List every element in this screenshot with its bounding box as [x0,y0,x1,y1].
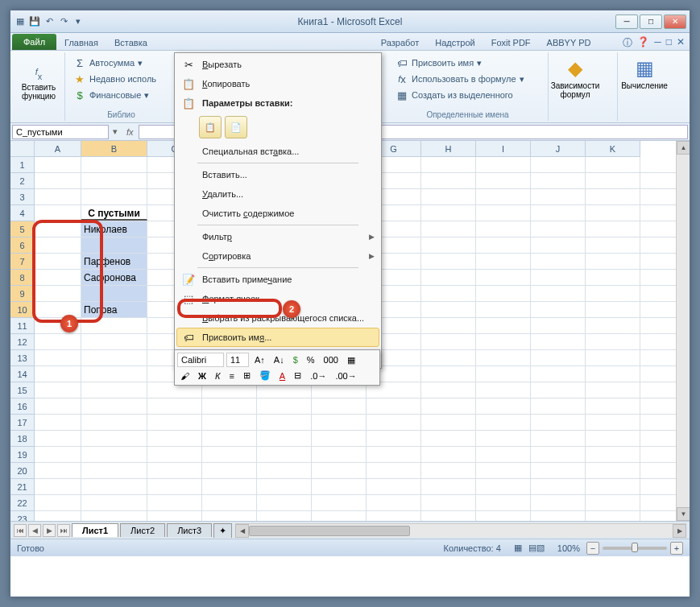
cell-D21[interactable] [202,479,257,494]
cell-H11[interactable] [421,318,476,333]
financial-button[interactable]: $Финансовые ▾ [70,88,172,102]
sheet-nav-last-icon[interactable]: ⏭ [57,524,70,537]
paste-option-1[interactable]: 📋 [199,116,222,138]
cell-K9[interactable] [586,286,640,301]
cell-C21[interactable] [147,479,202,494]
cell-I8[interactable] [476,270,531,285]
undo-icon[interactable]: ↶ [43,15,56,28]
cell-B7[interactable]: Парфенов [81,254,147,269]
minimize-ribbon-icon[interactable]: ⓘ [623,36,632,50]
name-box[interactable]: С_пустыми [12,125,109,139]
cell-H22[interactable] [421,495,476,510]
mini-increase-font-icon[interactable]: A↑ [251,353,268,366]
redo-icon[interactable]: ↷ [57,15,70,28]
cell-B21[interactable] [81,479,147,494]
cell-K10[interactable] [586,302,640,317]
menu-sort[interactable]: Сортировка▶ [176,246,379,266]
cell-K21[interactable] [586,479,640,494]
cell-D23[interactable] [202,511,257,521]
cell-J17[interactable] [531,415,586,430]
tab-home[interactable]: Главная [56,35,106,50]
save-icon[interactable]: 💾 [28,15,41,28]
cell-E23[interactable] [257,511,312,521]
cell-K2[interactable] [586,173,640,188]
mini-border-icon[interactable]: ⊞ [240,369,254,382]
menu-delete[interactable]: Удалить... [176,184,379,204]
cell-J7[interactable] [531,254,586,269]
menu-insert-comment[interactable]: 📝Вставить примечание [176,270,379,289]
tab-abbyy[interactable]: ABBYY PD [539,35,599,50]
horizontal-scrollbar[interactable]: ◀ ▶ [235,523,686,537]
mini-format-painter-icon[interactable]: 🖌 [177,370,193,382]
cell-K8[interactable] [586,270,640,285]
row-header-21[interactable]: 21 [10,479,35,495]
cell-G16[interactable] [367,398,421,414]
cell-A15[interactable] [35,382,81,398]
mini-decrease-font-icon[interactable]: A↓ [271,353,288,366]
row-header-22[interactable]: 22 [10,495,35,511]
view-normal-icon[interactable]: ▦ [514,543,522,553]
row-header-3[interactable]: 3 [10,189,35,205]
cell-I6[interactable] [476,237,531,253]
row-header-15[interactable]: 15 [10,382,35,398]
row-header-5[interactable]: 5 [10,221,35,237]
cell-G17[interactable] [367,415,421,430]
cell-J22[interactable] [531,495,586,510]
cell-J8[interactable] [531,270,586,285]
cell-D18[interactable] [202,431,257,446]
tab-insert[interactable]: Вставка [106,35,155,50]
col-header-B[interactable]: B [81,141,147,156]
cell-K17[interactable] [586,415,640,430]
row-header-10[interactable]: 10 [10,302,35,318]
cell-D22[interactable] [202,495,257,510]
cell-F16[interactable] [312,398,367,414]
fx-button[interactable]: fx [126,127,134,137]
cell-F18[interactable] [312,431,367,446]
cell-H17[interactable] [421,415,476,430]
cell-I15[interactable] [476,382,531,398]
cell-K5[interactable] [586,221,640,237]
cell-B5[interactable]: Николаев [81,221,147,237]
mini-dollar-icon[interactable]: $ [290,353,301,366]
mini-format-icon[interactable]: ▦ [344,353,358,367]
cell-A19[interactable] [35,447,81,462]
cell-E16[interactable] [257,398,312,414]
cell-I5[interactable] [476,221,531,237]
cell-A3[interactable] [35,189,81,204]
maximize-button[interactable]: □ [640,14,662,29]
cell-F21[interactable] [312,479,367,494]
cell-C23[interactable] [147,511,202,521]
row-header-6[interactable]: 6 [10,237,35,254]
cell-A14[interactable] [35,366,81,382]
cell-B14[interactable] [81,366,147,382]
cell-J4[interactable] [531,205,586,221]
qat-dropdown-icon[interactable]: ▾ [72,15,85,28]
mini-merge-icon[interactable]: ⊟ [291,369,304,382]
cell-I3[interactable] [476,189,531,204]
cell-B22[interactable] [81,495,147,510]
create-from-selection-button[interactable]: ▦Создать из выделенного [392,88,543,102]
cell-I2[interactable] [476,173,531,188]
formula-dependencies-button[interactable]: ◆ Зависимости формул [553,54,597,102]
cell-B11[interactable] [81,318,147,333]
cell-I12[interactable] [476,334,531,349]
menu-assign-name[interactable]: 🏷Присвоить имя... [176,328,379,347]
autosum-button[interactable]: ΣАвтосумма ▾ [70,56,172,70]
cell-H15[interactable] [421,382,476,398]
cell-I13[interactable] [476,350,531,365]
scroll-right-icon[interactable]: ▶ [673,524,686,538]
cell-E20[interactable] [257,463,312,478]
row-header-12[interactable]: 12 [10,334,35,350]
row-header-16[interactable]: 16 [10,398,35,415]
cell-A13[interactable] [35,350,81,365]
cell-J13[interactable] [531,350,586,365]
vertical-scrollbar[interactable]: ▲ ▼ [676,141,690,521]
cell-I1[interactable] [476,157,531,172]
sheet-tab-2[interactable]: Лист2 [120,523,165,537]
cell-H23[interactable] [421,511,476,521]
cell-J6[interactable] [531,237,586,253]
mini-bold-icon[interactable]: Ж [195,370,209,382]
help-icon[interactable]: ❓ [637,36,649,50]
doc-max-icon[interactable]: □ [666,36,672,50]
cell-C18[interactable] [147,431,202,446]
